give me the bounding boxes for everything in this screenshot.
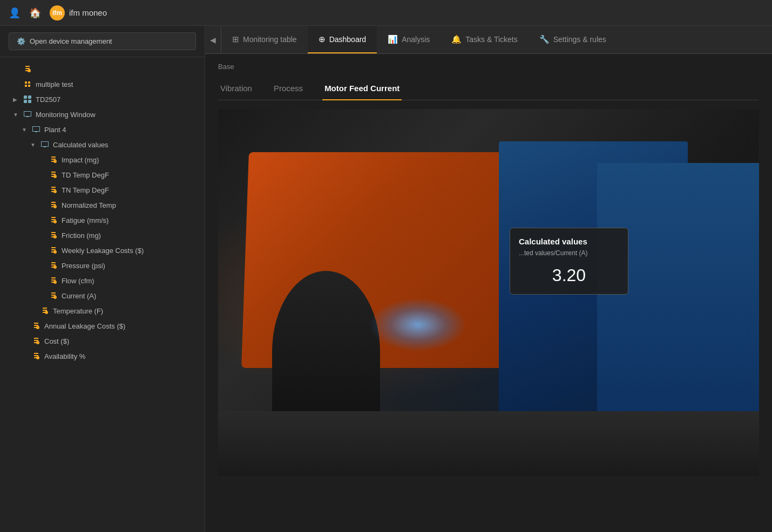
sidebar-item-label: Friction (mg) [62,231,101,240]
sensor-icon [49,185,58,195]
sidebar-item-pressure[interactable]: Pressure (psi) [0,258,205,273]
tab-settings[interactable]: 🔧 Settings & rules [529,26,617,53]
sidebar-item-monitoring-window[interactable]: ▼ Monitoring Window [0,107,205,122]
tab-monitoring-table[interactable]: ⊞ Monitoring table [221,26,308,53]
open-device-button[interactable]: ⚙️ Open device management [9,32,196,50]
sidebar-item-label: Cost ($) [44,337,69,345]
app-logo: ifm ifm moneo [50,5,107,21]
sidebar-item-normalized-temp[interactable]: Normalized Temp [0,197,205,213]
sidebar-item-temperature[interactable]: Temperature (F) [0,303,205,318]
sidebar-item-label: Monitoring Window [36,111,96,119]
svg-rect-4 [28,100,31,103]
dashboard-icon: ⊕ [319,35,326,44]
sensor-icon [49,245,58,255]
tab-tasks[interactable]: 🔔 Tasks & Tickets [441,26,528,53]
sensor-icon [49,215,58,225]
svg-point-18 [36,356,39,359]
sensor-icon [49,261,58,270]
sidebar-item-td2507[interactable]: ▶ TD2507 [0,92,205,107]
top-bar: 👤 🏠 ifm ifm moneo [0,0,772,26]
tab-bar: ◀ ⊞ Monitoring table ⊕ Dashboard 📊 Analy… [205,26,772,54]
sidebar-item-label: Flow (cfm) [62,277,94,285]
user-icon: 👤 [9,7,21,19]
analysis-icon: 📊 [388,35,398,44]
machine-glow-effect [369,298,466,352]
svg-rect-2 [28,96,31,99]
sensor-icon [23,79,32,89]
tree-arrow: ▼ [22,127,28,133]
sidebar-item-impact[interactable]: Impact (mg) [0,152,205,167]
tab-label: Analysis [402,35,430,44]
svg-rect-1 [24,96,27,99]
settings-icon: 🔧 [539,35,550,44]
sidebar-item-label: Current (A) [62,292,96,300]
app-name: ifm moneo [69,8,107,17]
tooltip-subtitle: ...ted values/Current (A) [519,249,619,257]
sidebar-item-label: Pressure (psi) [62,262,105,270]
dashboard-image-area: Calculated values ...ted values/Current … [218,109,759,476]
svg-point-14 [53,296,57,299]
sidebar-item-sensor-top[interactable] [0,62,205,77]
sensor-tab-process[interactable]: Process [272,79,305,100]
sidebar-item-cost[interactable]: Cost ($) [0,333,205,349]
sidebar: ⚙️ Open device management multiple test [0,26,205,532]
sidebar-item-availability[interactable]: Availability % [0,349,205,364]
tasks-icon: 🔔 [451,35,462,44]
sidebar-item-tn-temp[interactable]: TN Temp DegF [0,182,205,197]
sidebar-item-current[interactable]: Current (A) [0,288,205,303]
svg-point-12 [53,265,57,269]
sensor-tab-motor-feed[interactable]: Motor Feed Current [322,79,402,100]
sidebar-item-label: TD2507 [36,96,60,104]
sensor-tab-vibration[interactable]: Vibration [218,79,254,100]
tab-dashboard[interactable]: ⊕ Dashboard [308,26,377,53]
svg-point-9 [53,220,57,223]
sidebar-item-label: multiple test [36,80,73,88]
home-icon[interactable]: 🏠 [29,7,41,19]
sensor-icon [23,64,32,74]
sidebar-item-calculated-values[interactable]: ▼ Calculated values [0,137,205,152]
tree-arrow: ▶ [13,97,19,103]
sensor-icon [31,336,41,346]
gear-icon: ⚙️ [17,37,25,45]
tooltip-title: Calculated values [519,237,619,246]
sidebar-item-label: Normalized Temp [62,201,116,209]
sidebar-item-fatigue[interactable]: Fatigue (mm/s) [0,213,205,228]
sensor-icon [49,200,58,210]
tooltip-overlay: Calculated values ...ted values/Current … [510,228,628,295]
sensor-icon [31,351,41,361]
main-layout: ⚙️ Open device management multiple test [0,26,772,532]
svg-point-13 [53,281,57,284]
tab-label: Tasks & Tickets [465,35,517,44]
sidebar-item-label: Temperature (F) [53,307,103,315]
svg-point-5 [53,160,57,163]
svg-point-10 [53,235,57,238]
sidebar-item-label: TD Temp DegF [62,171,109,179]
sidebar-header: ⚙️ Open device management [0,26,205,57]
sidebar-item-label: Impact (mg) [62,156,99,164]
machine-shape-dark [272,271,380,433]
plant-icon [31,125,41,134]
sidebar-item-flow[interactable]: Flow (cfm) [0,273,205,288]
sidebar-item-multiple-test[interactable]: multiple test [0,77,205,92]
sensor-icon [31,321,41,331]
tab-analysis[interactable]: 📊 Analysis [377,26,441,53]
sidebar-item-label: Weekly Leakage Costs ($) [62,247,144,255]
breadcrumb: Base [218,63,759,71]
machine-shape-blue-right [597,163,759,433]
monitoring-table-icon: ⊞ [232,35,239,44]
sidebar-item-annual-leakage[interactable]: Annual Leakage Costs ($) [0,318,205,333]
sidebar-item-plant4[interactable]: ▼ Plant 4 [0,122,205,137]
sidebar-item-friction[interactable]: Friction (mg) [0,228,205,243]
svg-point-0 [28,69,31,72]
grid-icon [23,94,32,104]
svg-point-6 [53,175,57,178]
tooltip-value: 3.20 [519,265,619,285]
sensor-tabs: Vibration Process Motor Feed Current [218,79,759,100]
svg-point-17 [36,341,39,344]
sidebar-item-td-temp[interactable]: TD Temp DegF [0,167,205,182]
sidebar-item-weekly-leakage[interactable]: Weekly Leakage Costs ($) [0,243,205,258]
sidebar-item-label: Annual Leakage Costs ($) [44,322,125,330]
dashboard-content: Base Vibration Process Motor Feed Curren… [205,54,772,532]
sidebar-collapse-button[interactable]: ◀ [205,26,221,53]
sensor-icon [49,170,58,180]
